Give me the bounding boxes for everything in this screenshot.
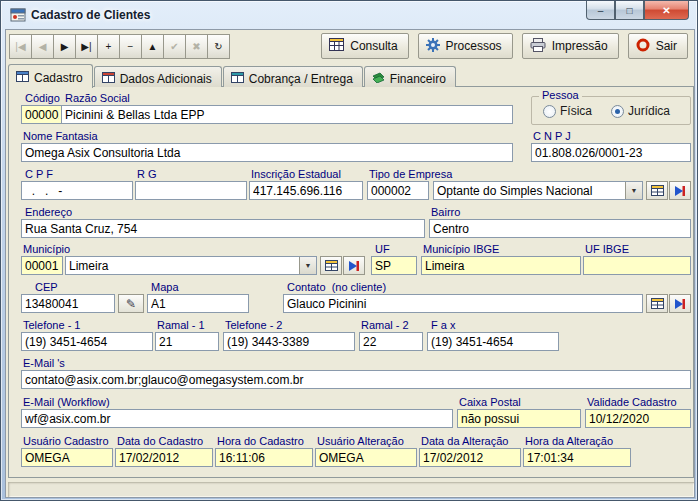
tab-financeiro[interactable]: Financeiro (364, 66, 456, 87)
nome-fantasia-input[interactable] (21, 143, 513, 162)
telefone1-input[interactable] (21, 332, 153, 351)
tab-financeiro-label: Financeiro (390, 72, 446, 86)
ramal1-label: Ramal - 1 (157, 319, 205, 331)
chevron-down-icon[interactable]: ▼ (299, 257, 316, 274)
cnpj-input[interactable] (531, 143, 691, 162)
municipio-search-button[interactable] (343, 256, 365, 275)
caixa-postal-input[interactable] (457, 409, 581, 428)
contato-input[interactable] (283, 294, 643, 313)
action-toolbar: Consulta Processos (321, 33, 688, 59)
nav-delete-button[interactable]: − (119, 34, 142, 59)
nav-first-button[interactable]: |◀ (9, 34, 32, 59)
minimize-button[interactable]: – (586, 1, 615, 20)
nav-refresh-button[interactable]: ↻ (207, 34, 230, 59)
municipio-combo-value: Limeira (66, 257, 299, 274)
cep-edit-button[interactable]: ✎ (118, 294, 144, 313)
pessoa-fisica-option[interactable]: Física (543, 104, 592, 118)
consulta-button[interactable]: Consulta (321, 33, 408, 59)
cadastro-panel: Código Razão Social Pessoa Física Jurídi… (8, 86, 694, 478)
usuario-alteracao-input[interactable] (315, 448, 417, 467)
bairro-input[interactable] (429, 219, 691, 238)
codigo-label: Código (25, 92, 60, 104)
bairro-label: Bairro (431, 206, 460, 218)
tab-dados-adicionais[interactable]: Dados Adicionais (94, 66, 222, 87)
municipio-ibge-input[interactable] (421, 256, 581, 275)
juridica-radio[interactable] (611, 105, 624, 118)
telefone2-input[interactable] (223, 332, 355, 351)
nav-edit-button[interactable]: ▲ (141, 34, 164, 59)
inscricao-estadual-input[interactable] (249, 181, 363, 200)
validade-cadastro-input[interactable] (585, 409, 691, 428)
email-workflow-label: E-Mail (Workflow) (23, 396, 110, 408)
nav-cancel-button[interactable]: ✖ (185, 34, 208, 59)
nav-next-button[interactable]: ▶ (53, 34, 76, 59)
grid-icon (651, 298, 664, 309)
nav-prior-button[interactable]: ◀ (31, 34, 54, 59)
municipio-code-input[interactable] (21, 256, 63, 275)
hora-alteracao-label: Hora da Alteração (525, 435, 613, 447)
usuario-cadastro-label: Usuário Cadastro (23, 435, 109, 447)
client-area: |◀ ◀ ▶ ▶| + − ▲ ✔ ✖ ↻ (5, 29, 695, 498)
titlebar[interactable]: Cadastro de Clientes – □ ✕ (1, 1, 697, 29)
nome-fantasia-label: Nome Fantasia (23, 130, 98, 142)
contato-lookup-button[interactable] (646, 294, 668, 313)
pessoa-juridica-option[interactable]: Jurídica (611, 104, 670, 118)
arrow-icon (348, 260, 360, 272)
hora-alteracao-input[interactable] (523, 448, 631, 467)
tipo-empresa-combo-value: Optante do Simples Nacional (434, 182, 625, 199)
validade-cadastro-label: Validade Cadastro (587, 396, 677, 408)
processos-button[interactable]: Processos (418, 33, 513, 59)
tipo-empresa-code-input[interactable] (367, 181, 429, 200)
impressao-button[interactable]: Impressão (522, 33, 619, 59)
fisica-radio[interactable] (543, 105, 556, 118)
mapa-label: Mapa (151, 281, 179, 293)
contato-label: Contato (no cliente) (287, 281, 386, 293)
data-alteracao-input[interactable] (419, 448, 521, 467)
emails-input[interactable] (21, 370, 691, 389)
inscricao-estadual-label: Inscrição Estadual (251, 168, 341, 180)
gear-icon (426, 38, 440, 55)
sair-label: Sair (656, 39, 677, 53)
close-button[interactable]: ✕ (644, 1, 689, 20)
cep-input[interactable] (21, 294, 115, 313)
tab-dados-adicionais-label: Dados Adicionais (120, 72, 212, 86)
nav-last-button[interactable]: ▶| (75, 34, 98, 59)
ramal2-input[interactable] (359, 332, 423, 351)
tipo-empresa-combo[interactable]: Optante do Simples Nacional ▼ (433, 181, 643, 200)
tab-cobranca-entrega[interactable]: Cobrança / Entrega (223, 66, 363, 87)
endereco-input[interactable] (21, 219, 425, 238)
data-cadastro-input[interactable] (115, 448, 213, 467)
tipo-empresa-search-button[interactable] (669, 181, 691, 200)
contato-search-button[interactable] (669, 294, 691, 313)
uf-input[interactable] (371, 256, 417, 275)
nav-insert-button[interactable]: + (97, 34, 120, 59)
municipio-combo[interactable]: Limeira ▼ (65, 256, 317, 275)
arrow-icon (674, 185, 686, 197)
tab-financeiro-icon (372, 72, 385, 86)
ramal1-input[interactable] (155, 332, 219, 351)
uf-ibge-input[interactable] (583, 256, 691, 275)
hora-cadastro-label: Hora do Cadastro (217, 435, 304, 447)
cpf-input[interactable] (21, 181, 133, 200)
sair-button[interactable]: Sair (628, 33, 688, 59)
nav-post-button[interactable]: ✔ (163, 34, 186, 59)
usuario-cadastro-input[interactable] (21, 448, 113, 467)
arrow-icon (674, 298, 686, 310)
email-workflow-input[interactable] (21, 409, 453, 428)
municipio-lookup-button[interactable] (320, 256, 342, 275)
tab-cobranca-entrega-label: Cobrança / Entrega (249, 72, 353, 86)
hora-cadastro-input[interactable] (215, 448, 313, 467)
maximize-button[interactable]: □ (615, 1, 644, 20)
mapa-input[interactable] (147, 294, 249, 313)
usuario-alteracao-label: Usuário Alteração (317, 435, 404, 447)
tab-cadastro[interactable]: Cadastro (8, 64, 93, 88)
razao-social-input[interactable] (61, 105, 513, 124)
tipo-empresa-lookup-button[interactable] (646, 181, 668, 200)
chevron-down-icon[interactable]: ▼ (625, 182, 642, 199)
rg-input[interactable] (135, 181, 247, 200)
codigo-input[interactable] (21, 105, 63, 124)
razao-social-label: Razão Social (65, 92, 130, 104)
window-title: Cadastro de Clientes (31, 8, 150, 22)
exit-icon (636, 38, 650, 55)
fax-input[interactable] (427, 332, 559, 351)
